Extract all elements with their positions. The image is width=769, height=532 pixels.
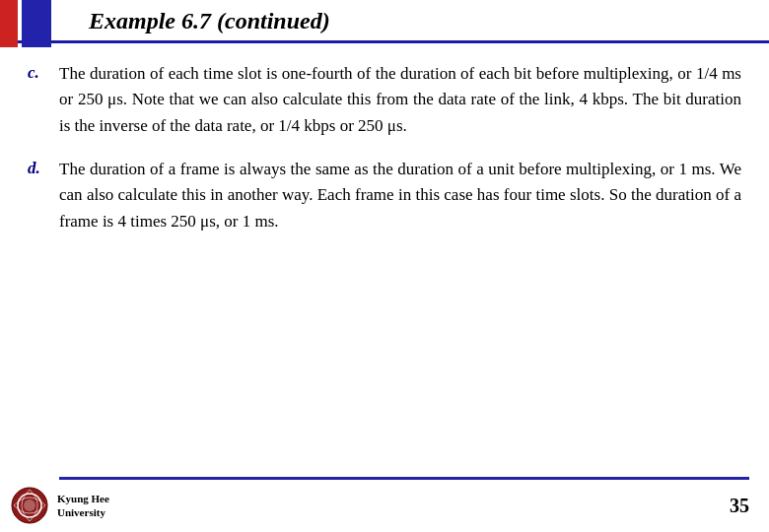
section-text-c: The duration of each time slot is one-fo… (59, 61, 741, 139)
svg-point-2 (24, 499, 35, 511)
university-name-line2: University (57, 505, 109, 519)
header-title: Example 6.7 (continued) (89, 8, 330, 34)
page-number: 35 (730, 489, 749, 517)
main-content: c. The duration of each time slot is one… (0, 43, 769, 262)
deco-blue (22, 0, 51, 47)
section-label-c: c. (28, 61, 59, 83)
footer: Kyung Hee University 35 (0, 477, 769, 532)
university-logo (10, 486, 49, 525)
footer-line (59, 477, 749, 480)
section-text-d: The duration of a frame is always the sa… (59, 157, 741, 234)
footer-logo-area: Kyung Hee University (10, 480, 109, 525)
deco-red (0, 0, 18, 47)
university-name-line1: Kyung Hee (57, 492, 109, 505)
header-decoration (0, 0, 59, 47)
university-name: Kyung Hee University (57, 492, 109, 520)
section-label-d: d. (28, 157, 59, 178)
section-d: d. The duration of a frame is always the… (28, 157, 741, 234)
header: Example 6.7 (continued) (0, 0, 769, 43)
section-c: c. The duration of each time slot is one… (28, 61, 741, 139)
